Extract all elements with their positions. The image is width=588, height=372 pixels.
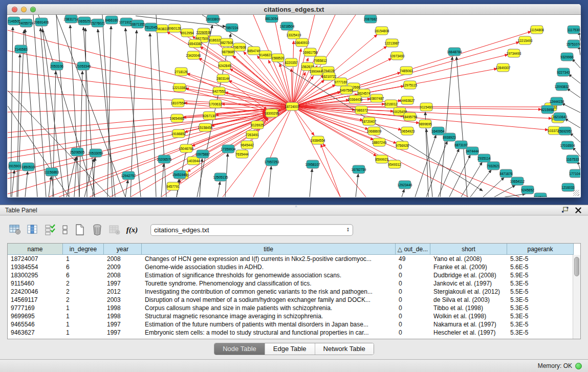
graph-node[interactable]: 1771045 bbox=[569, 169, 580, 178]
close-window-button[interactable] bbox=[12, 7, 17, 12]
graph-node[interactable]: 19166852 bbox=[171, 129, 186, 138]
graph-node[interactable]: 13325419 bbox=[287, 31, 301, 39]
graph-node[interactable]: 16543382 bbox=[188, 39, 203, 48]
graph-node[interactable]: 16210643 bbox=[553, 113, 568, 121]
graph-node[interactable]: 19654923 bbox=[400, 127, 415, 135]
graph-node[interactable]: 9227343 bbox=[557, 68, 570, 76]
table-scrollbar[interactable] bbox=[573, 255, 580, 339]
graph-node[interactable]: 18724007 bbox=[285, 102, 300, 111]
column-header-pagerank[interactable]: pagerank bbox=[507, 244, 574, 255]
graph-node[interactable]: 9329966 bbox=[560, 53, 574, 61]
graph-node[interactable]: 9756928 bbox=[396, 141, 409, 149]
table-row[interactable]: 946362711997Embryonic stem cells: a mode… bbox=[8, 329, 580, 337]
graph-node[interactable]: 20533059 bbox=[89, 149, 103, 157]
graph-node[interactable]: 6497568 bbox=[340, 86, 353, 94]
table-settings-icon[interactable] bbox=[9, 224, 21, 236]
graph-node[interactable]: 10655257 bbox=[77, 17, 92, 25]
graph-node[interactable]: 8599923 bbox=[375, 155, 388, 163]
graph-node[interactable]: 11154808 bbox=[530, 26, 544, 34]
graph-node[interactable]: 2935114 bbox=[478, 154, 491, 162]
graph-node[interactable]: 14463627 bbox=[400, 96, 415, 104]
graph-node[interactable]: 19384554 bbox=[311, 136, 325, 144]
graph-node[interactable]: 2053106 bbox=[50, 62, 63, 70]
graph-node[interactable]: 10807487 bbox=[369, 94, 384, 102]
graph-node[interactable]: 16961758 bbox=[303, 48, 318, 56]
column-header-name[interactable]: name bbox=[8, 244, 63, 255]
graph-node[interactable]: 8960128 bbox=[168, 24, 181, 32]
graph-node[interactable]: 18107554 bbox=[171, 99, 186, 107]
graph-node[interactable]: 12849307 bbox=[496, 63, 511, 72]
graph-node[interactable]: 8938923 bbox=[443, 133, 456, 141]
graph-node[interactable]: 8912954 bbox=[181, 29, 194, 37]
graph-node[interactable]: 1588520 bbox=[271, 54, 285, 62]
graph-node[interactable]: 8215958 bbox=[541, 105, 554, 114]
graph-node[interactable]: 12923446 bbox=[398, 181, 412, 189]
window-resize-grip[interactable] bbox=[573, 190, 579, 196]
graph-node[interactable]: 12093832 bbox=[555, 82, 570, 91]
graph-node[interactable]: 1167533 bbox=[567, 155, 579, 163]
graph-node[interactable]: 2146583 bbox=[14, 45, 28, 53]
graph-node[interactable]: 9474444 bbox=[466, 147, 479, 155]
graph-node[interactable]: 19218504 bbox=[280, 22, 295, 30]
graph-node[interactable]: 9146821 bbox=[259, 51, 272, 59]
graph-node[interactable]: 6216012 bbox=[384, 100, 398, 108]
graph-node[interactable]: 15276021 bbox=[91, 19, 105, 27]
graph-node[interactable]: 10973493 bbox=[390, 52, 405, 60]
graph-node[interactable]: 7512045 bbox=[144, 23, 158, 31]
table-row[interactable]: 1456911722003Disruption of a novel membe… bbox=[8, 296, 580, 304]
graph-node[interactable]: 12215493 bbox=[518, 36, 533, 45]
graph-node[interactable]: 3915901 bbox=[8, 162, 21, 170]
table-row[interactable]: 1872400712008Changes of HCN gene express… bbox=[8, 255, 580, 263]
close-panel-icon[interactable] bbox=[574, 206, 583, 214]
graph-node[interactable]: 16033809 bbox=[206, 15, 221, 23]
graph-node[interactable]: 7955812 bbox=[314, 56, 327, 64]
tab-node-table[interactable]: Node Table bbox=[214, 343, 265, 355]
column-header-out-de-[interactable]: △ out_de... bbox=[396, 244, 430, 255]
graph-node[interactable]: 15046766 bbox=[179, 144, 194, 152]
graph-node[interactable]: 15158454 bbox=[198, 123, 213, 132]
graph-node[interactable]: 16648784 bbox=[447, 48, 462, 56]
graph-node[interactable]: 12505135 bbox=[213, 173, 228, 181]
graph-node[interactable]: 9245652 bbox=[521, 186, 534, 194]
column-header-title[interactable]: title bbox=[142, 244, 396, 255]
tab-network-table[interactable]: Network Table bbox=[315, 343, 374, 355]
graph-node[interactable]: 15692951 bbox=[558, 127, 573, 135]
graph-node[interactable]: 1700632 bbox=[209, 100, 222, 108]
graph-node[interactable]: 20691406 bbox=[34, 18, 49, 26]
graph-node[interactable]: 16671355 bbox=[130, 20, 145, 28]
graph-node[interactable]: 16640910 bbox=[295, 38, 310, 47]
column-header-short[interactable]: short bbox=[430, 244, 507, 255]
graph-node[interactable]: 8427552 bbox=[212, 87, 226, 95]
graph-node[interactable]: 8220357 bbox=[285, 58, 298, 67]
float-panel-icon[interactable] bbox=[560, 206, 570, 214]
graph-node[interactable]: 8126925 bbox=[251, 121, 264, 129]
graph-node[interactable]: 17957253 bbox=[265, 158, 279, 166]
graph-node[interactable]: 18495758 bbox=[403, 113, 418, 121]
function-builder-icon[interactable]: f(x) bbox=[126, 224, 138, 236]
graph-node[interactable]: 9777169 bbox=[334, 78, 347, 86]
graph-node[interactable]: 8854749 bbox=[247, 47, 260, 55]
graph-node[interactable]: 12213987 bbox=[385, 39, 400, 47]
row-height-icon[interactable] bbox=[61, 224, 69, 236]
graph-node[interactable]: 7932621 bbox=[487, 162, 500, 170]
graph-node[interactable]: 1640954 bbox=[431, 127, 445, 135]
graph-node[interactable]: 16210722 bbox=[322, 72, 337, 80]
graph-node[interactable]: 19654985 bbox=[170, 114, 185, 122]
graph-node[interactable]: 12942757 bbox=[121, 171, 136, 180]
graph-node[interactable]: 21053346 bbox=[76, 62, 91, 70]
graph-node[interactable]: 23831714 bbox=[64, 15, 79, 23]
graph-node[interactable]: 9827508 bbox=[220, 38, 233, 47]
graph-node[interactable]: 9645442 bbox=[241, 141, 254, 149]
graph-node[interactable]: 1850510 bbox=[21, 163, 35, 171]
graph-node[interactable]: 7986372 bbox=[355, 106, 368, 114]
delete-rows-trash-icon[interactable] bbox=[91, 224, 103, 236]
graph-node[interactable]: 12444158 bbox=[550, 97, 564, 105]
graph-node[interactable]: 23420046 bbox=[186, 51, 201, 59]
graph-node[interactable]: 15751074 bbox=[567, 40, 580, 48]
graph-node[interactable]: 9549312 bbox=[388, 160, 401, 168]
graph-node[interactable]: 10688609 bbox=[367, 127, 382, 135]
citation-network-graph[interactable]: 1872400718300295193845547963822896012889… bbox=[8, 15, 580, 197]
graph-node[interactable]: 9115460 bbox=[420, 103, 433, 111]
graph-node[interactable]: 18300295 bbox=[265, 109, 279, 117]
graph-node[interactable]: 2718126 bbox=[175, 68, 188, 76]
